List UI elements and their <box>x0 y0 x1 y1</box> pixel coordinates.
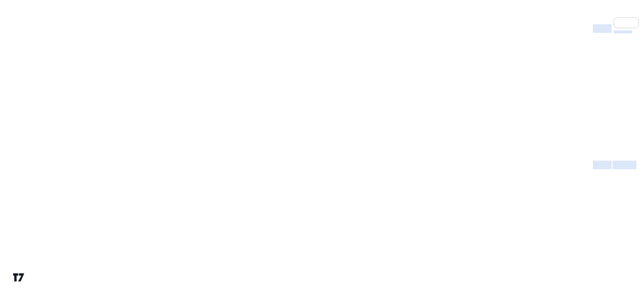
chart-canvas[interactable] <box>0 0 644 287</box>
range-low-label <box>593 161 612 169</box>
tradingview-logo-icon <box>13 273 25 282</box>
ao-legend[interactable] <box>9 235 13 243</box>
currency-toggle-button[interactable] <box>614 17 639 28</box>
sma-legend[interactable] <box>7 26 10 34</box>
clipped-high-price-label <box>614 30 632 33</box>
chart-window <box>0 0 644 287</box>
range-high-label <box>593 24 612 33</box>
range-low-value <box>613 161 636 169</box>
macd-legend[interactable] <box>9 217 21 224</box>
tradingview-logo[interactable] <box>13 273 28 282</box>
ohlc-legend[interactable] <box>7 18 19 26</box>
rsi-legend[interactable] <box>8 174 20 181</box>
